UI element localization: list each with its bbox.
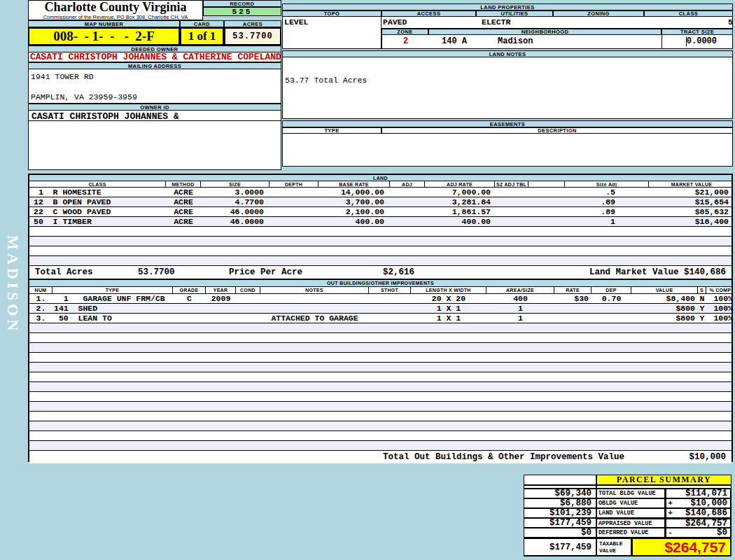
land-row-empty: [29, 246, 732, 256]
column-header-year: YEAR: [206, 287, 236, 293]
column-header-adj-rate: ADJ RATE: [425, 181, 495, 187]
land-notes-header: LAND NOTES: [282, 50, 733, 57]
land-table-title: LAND: [29, 175, 732, 181]
out-building-row-cell-sthgt: [369, 314, 411, 323]
out-building-row-cell-dep: 0.70: [592, 294, 631, 303]
out-building-row-cell-type: 1 GARAGE UNF FRM/CB: [52, 294, 173, 303]
madison-watermark: MADISON: [4, 235, 22, 334]
zoning-label: ZONING: [553, 10, 644, 17]
topo-value: LEVEL: [283, 17, 381, 27]
land-row-cell-size: 4.7700: [201, 197, 270, 206]
out-building-row-empty: [29, 441, 732, 451]
land-note-text: 53.77 Total Acres: [283, 57, 732, 85]
out-building-row-cell-dep: [592, 304, 631, 313]
out-building-row-cell-grade: C: [173, 294, 206, 303]
land-row-cell-method: ACRE: [166, 217, 201, 226]
out-building-row-empty: [29, 431, 732, 441]
tract-divider: [662, 35, 662, 49]
zone-value: 2: [382, 36, 429, 46]
column-header-value: VALUE: [631, 287, 698, 293]
summary-label-obldg-value: OBLDG VALUE: [596, 498, 665, 508]
summary-operator: +: [665, 498, 674, 508]
land-row-cell-sz_adj_tbl: [495, 188, 528, 197]
land-properties-header: LAND PROPERTIES: [282, 4, 733, 10]
easement-description-label: DESCRIPTION: [382, 127, 733, 134]
column-header-type: TYPE: [52, 287, 173, 293]
column-header-sthgt: STHGT: [369, 287, 411, 293]
out-building-row-cell-rate: [554, 304, 592, 313]
out-building-row-cell-notes: [260, 304, 369, 313]
map-number-header: MAP NUMBER: [28, 20, 180, 27]
summary-prior-value: $69,340: [524, 489, 596, 498]
summary-operator: -: [665, 528, 674, 538]
easements-header: EASEMENTS: [282, 120, 733, 127]
land-row-cell-blank: [528, 188, 565, 197]
class-value: 5: [728, 18, 733, 27]
land-row-cell-adj_rate: 400.00: [425, 217, 495, 226]
column-header-size-adj: Size Adj: [565, 181, 649, 187]
record-value: 525: [203, 7, 281, 16]
land-row-cell-size_adj: .89: [565, 197, 649, 206]
land-row-cell-depth: [270, 217, 318, 226]
land-row-cell-size: 46.0000: [201, 207, 270, 216]
owner-id-box: CASATI CHRISTOPH JOHANNES &: [28, 111, 281, 170]
parcel-summary: PARCEL SUMMARY $69,340TOTAL BLDG VALUE$1…: [524, 475, 732, 556]
land-table: LAND CLASSMETHODSIZEDEPTHBASE RATEADJADJ…: [28, 174, 733, 279]
out-buildings-head: NUMTYPEGRADEYEARCONDNOTESSTHGTLENGTH X W…: [29, 287, 732, 294]
land-row-cell-method: ACRE: [166, 188, 201, 197]
mailing-address-header: MAILING ADDRESS: [28, 62, 281, 69]
access-label: ACCESS: [382, 10, 476, 17]
out-building-row-cell-notes: [260, 294, 369, 303]
land-row-empty: [29, 237, 732, 246]
column-header-cond: COND: [236, 287, 260, 293]
access-value: PAVED: [383, 18, 407, 27]
summary-value: $264,757: [674, 518, 732, 528]
column-header-sz-adj-tbl: SZ ADJ TBL: [495, 181, 528, 187]
land-notes-box: 53.77 Total Acres: [282, 57, 733, 119]
tract-size-value: 0.0000: [686, 36, 717, 46]
land-row-cell-adj: [390, 197, 425, 206]
out-building-row: 3. 50 LEAN TOATTACHED TO GARAGE1 X 11$80…: [29, 314, 732, 323]
deeded-owner-value: CASATI CHRISTOPH JOHANNES & CATHERINE CO…: [28, 52, 281, 62]
out-building-row-cell-num: 2.: [29, 304, 52, 313]
land-row-cell-market_value: $85,632: [649, 207, 734, 216]
out-building-row-cell-lxw: 20 X 20: [411, 294, 486, 303]
out-building-row-cell-type: 141 SHED: [52, 304, 173, 313]
tract-size-label: TRACT SIZE: [662, 29, 733, 35]
out-building-row-cell-value: $800: [631, 314, 698, 323]
out-building-row-cell-area: 1: [486, 314, 554, 323]
mailing-address-box: 1941 TOWER RD PAMPLIN, VA 23959-3959: [28, 69, 281, 104]
land-totals-row: Total Acres 53.7700 Price Per Acre $2,61…: [29, 266, 732, 279]
parcel-summary-title: PARCEL SUMMARY: [596, 475, 732, 485]
out-building-row-cell-rate: $30: [554, 294, 592, 303]
taxable-label: TAXABLE VALUE: [596, 538, 631, 556]
column-header-num: NUM: [29, 287, 52, 293]
column-header-adj: ADJ: [390, 181, 425, 187]
easements-labels: TYPE DESCRIPTION: [282, 127, 733, 134]
column-header-grade: GRADE: [173, 287, 206, 293]
zone-labels-row: ZONE NEIGHBORHOOD TRACT SIZE: [382, 29, 733, 35]
land-row-cell-base_rate: 3,700.00: [318, 197, 390, 206]
summary-operator: [665, 518, 674, 528]
land-row-cell-class: 1 R HOMESITE: [29, 188, 166, 197]
land-row-cell-market_value: $18,400: [649, 217, 734, 226]
summary-label-deferred-value: DEFERRED VALUE: [596, 528, 665, 538]
land-row-cell-size_adj: 1: [565, 217, 649, 226]
out-building-row-cell-area: 1: [486, 304, 554, 313]
summary-label-appraised-value: APPRAISED VALUE: [596, 518, 665, 528]
out-buildings-table: OUT BUILDINGS/OTHER IMPROVEMENTS NUMTYPE…: [28, 279, 733, 462]
out-building-row-cell-s: Y: [698, 304, 706, 313]
summary-label-total-bldg-value: TOTAL BLDG VALUE: [596, 489, 665, 498]
column-header-rate: RATE: [554, 287, 592, 293]
land-row-cell-size: 46.0000: [201, 217, 270, 226]
easements-box: [282, 134, 733, 167]
out-building-row-cell-cond: [236, 294, 260, 303]
out-building-row-cell-year: [206, 314, 236, 323]
column-header-market-value: MARKET VALUE: [649, 181, 734, 187]
column-header-dep: DEP: [592, 287, 631, 293]
neighborhood-label: NEIGHBORHOOD: [428, 29, 662, 35]
price-per-acre-label: Price Per Acre: [229, 267, 302, 277]
out-building-row-cell-grade: [173, 314, 206, 323]
out-building-row-empty: [29, 402, 732, 412]
land-row-cell-blank: [528, 207, 565, 216]
